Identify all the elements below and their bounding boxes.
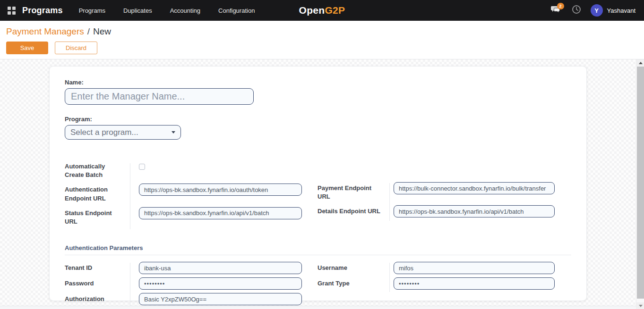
form-card: Name: Program: Select a program... Autom… <box>49 66 587 301</box>
grant-type-widget <box>389 277 555 290</box>
program-block: Program: Select a program... <box>65 116 571 140</box>
program-select[interactable]: Select a program... <box>65 125 181 140</box>
logo-g2p: G2P <box>325 5 345 16</box>
grid-square <box>8 7 11 10</box>
column-divider <box>389 183 390 221</box>
grid-square <box>12 7 16 10</box>
username-label: Username <box>318 262 389 272</box>
auth-parameters-right: Username Grant Type <box>318 262 555 293</box>
authentication-endpoint-widget <box>130 184 302 196</box>
password-label: Password <box>65 277 130 288</box>
authentication-endpoint-input[interactable] <box>139 184 302 196</box>
user-menu[interactable]: Y Yashavant <box>591 4 635 17</box>
status-endpoint-label: Status Endpoint URL <box>65 207 130 226</box>
auth-parameters-title: Authentication Parameters <box>65 244 143 251</box>
endpoint-fields-left: Automatically Create Batch Authenticatio… <box>65 162 302 230</box>
scrollbar-thumb[interactable] <box>637 67 644 299</box>
user-avatar: Y <box>591 4 603 17</box>
openg2p-logo: OpenG2P <box>299 5 345 16</box>
auto-create-batch-checkbox[interactable] <box>139 164 145 170</box>
authorization-row: Authorization <box>65 293 302 305</box>
details-endpoint-row: Details Endpoint URL <box>318 205 555 217</box>
details-endpoint-input[interactable] <box>394 205 555 217</box>
scrollbar-down-button[interactable] <box>636 302 644 309</box>
breadcrumb: Payment Managers / New <box>6 25 638 42</box>
status-endpoint-widget <box>130 207 302 219</box>
password-row: Password <box>65 277 302 290</box>
menu-item-accounting[interactable]: Accounting <box>169 4 201 17</box>
auto-create-batch-label: Automatically Create Batch <box>65 162 130 179</box>
navbar-left: Programs Programs Duplicates Accounting … <box>6 4 256 17</box>
grid-square <box>8 11 11 15</box>
auth-parameters-left: Tenant ID Password Authorization <box>65 262 302 309</box>
authentication-endpoint-row: Authentication Endpoint URL <box>65 184 302 202</box>
auto-create-batch-row: Automatically Create Batch <box>65 162 302 179</box>
authorization-widget <box>130 293 302 305</box>
breadcrumb-payment-managers[interactable]: Payment Managers <box>6 26 84 37</box>
status-endpoint-input[interactable] <box>139 207 302 219</box>
logo-open: Open <box>299 5 325 16</box>
name-label: Name: <box>65 79 571 86</box>
discard-button[interactable]: Discard <box>55 42 97 54</box>
menu-item-configuration[interactable]: Configuration <box>217 4 256 17</box>
authorization-label: Authorization <box>65 293 130 303</box>
next-section-edge <box>0 306 636 309</box>
program-label: Program: <box>65 116 571 123</box>
dropdown-caret-icon <box>172 131 175 134</box>
messages-badge: 2 <box>557 3 564 9</box>
scrollbar-up-button[interactable] <box>636 59 644 66</box>
auth-parameters-table: Tenant ID Password Authorization <box>65 262 571 309</box>
apps-grid-icon[interactable] <box>8 7 16 15</box>
authorization-input[interactable] <box>139 293 302 305</box>
endpoint-fields-right: Payment Endpoint URL Details Endpoint UR… <box>318 182 555 222</box>
auto-create-batch-widget <box>130 162 302 172</box>
authentication-endpoint-label: Authentication Endpoint URL <box>65 184 130 202</box>
breadcrumb-new: New <box>93 26 111 37</box>
tenant-id-label: Tenant ID <box>65 262 130 272</box>
tenant-id-input[interactable] <box>139 262 302 274</box>
action-buttons: Save Discard <box>6 42 638 54</box>
program-select-value: Select a program... <box>70 128 138 137</box>
top-navbar: Programs Programs Duplicates Accounting … <box>0 0 644 21</box>
main-menu: Programs Duplicates Accounting Configura… <box>78 4 256 17</box>
grant-type-label: Grant Type <box>318 277 389 288</box>
username-row: Username <box>318 262 555 274</box>
menu-item-duplicates[interactable]: Duplicates <box>122 4 153 17</box>
password-input[interactable] <box>139 277 302 290</box>
auth-parameters-section-head: Authentication Parameters <box>65 243 571 255</box>
breadcrumb-separator: / <box>87 26 90 37</box>
tenant-id-widget <box>130 262 302 274</box>
app-title[interactable]: Programs <box>22 6 63 16</box>
grant-type-row: Grant Type <box>318 277 555 290</box>
messages-button[interactable]: 2 <box>549 4 562 17</box>
endpoint-fields-table: Automatically Create Batch Authenticatio… <box>65 162 571 230</box>
username-widget <box>389 262 555 274</box>
status-endpoint-row: Status Endpoint URL <box>65 207 302 226</box>
scroll-up-icon <box>639 62 643 64</box>
username-input[interactable] <box>394 262 555 274</box>
user-name: Yashavant <box>607 7 635 14</box>
sheet-wrapper: Name: Program: Select a program... Autom… <box>0 59 636 309</box>
control-panel: Payment Managers / New Save Discard <box>0 21 644 59</box>
tenant-id-row: Tenant ID <box>65 262 302 274</box>
vertical-scrollbar[interactable] <box>636 59 644 309</box>
details-endpoint-label: Details Endpoint URL <box>318 205 389 216</box>
payment-endpoint-label: Payment Endpoint URL <box>318 182 389 201</box>
navbar-right: 2 Y Yashavant <box>549 4 638 17</box>
column-divider <box>130 163 130 229</box>
payment-endpoint-widget <box>389 182 555 194</box>
grant-type-input[interactable] <box>394 277 555 290</box>
details-endpoint-widget <box>389 205 555 217</box>
column-divider <box>389 263 390 292</box>
content-area: Name: Program: Select a program... Autom… <box>0 59 644 309</box>
payment-endpoint-row: Payment Endpoint URL <box>318 182 555 201</box>
manager-name-input[interactable] <box>65 88 254 105</box>
grid-square <box>12 11 16 15</box>
payment-endpoint-input[interactable] <box>394 182 555 194</box>
password-widget <box>130 277 302 290</box>
save-button[interactable]: Save <box>6 42 48 54</box>
clock-icon <box>572 5 581 16</box>
column-divider <box>130 263 130 308</box>
menu-item-programs[interactable]: Programs <box>78 4 106 17</box>
activities-button[interactable] <box>570 4 583 17</box>
